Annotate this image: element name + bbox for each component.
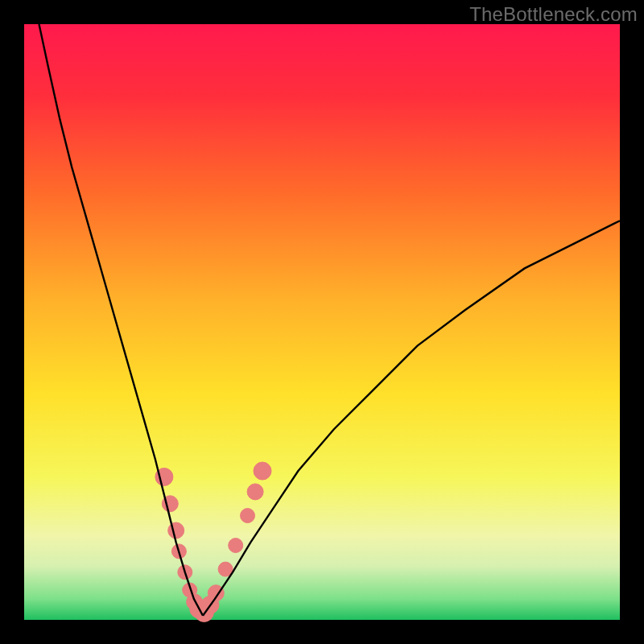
plot-area — [24, 24, 620, 620]
watermark-text: TheBottleneck.com — [469, 3, 638, 26]
marker-point — [229, 539, 243, 553]
chart-frame: TheBottleneck.com — [0, 0, 644, 644]
marker-group — [155, 462, 271, 621]
marker-point — [168, 522, 184, 539]
marker-point — [247, 484, 263, 500]
marker-point — [241, 509, 255, 523]
right-branch-path — [203, 221, 620, 616]
marker-point — [254, 462, 271, 480]
curve-layer — [24, 24, 620, 620]
